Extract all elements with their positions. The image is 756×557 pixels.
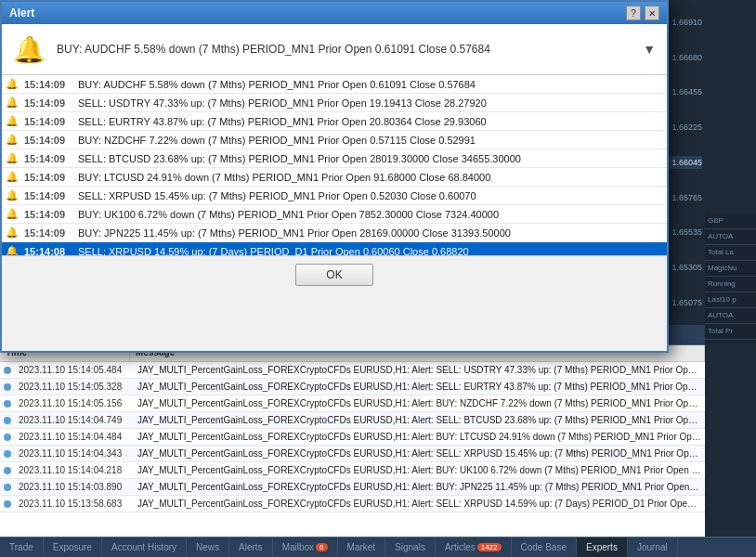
alert-time: 15:14:09 xyxy=(24,97,72,109)
alert-time: 15:14:09 xyxy=(24,227,72,239)
toolbar-btn-alerts[interactable]: Alerts xyxy=(229,538,273,558)
terminal-row[interactable]: 2023.11.10 15:14:05.156 JAY_MULTI_Percen… xyxy=(0,395,705,412)
alert-bell-icon: 🔔 xyxy=(6,208,19,220)
terminal-message: JAY_MULTI_PercentGainLoss_FOREXCryptoCFD… xyxy=(134,498,705,510)
alert-time: 15:14:09 xyxy=(24,209,72,220)
terminal-rows[interactable]: 2023.11.10 15:14:05.484 JAY_MULTI_Percen… xyxy=(0,362,705,537)
toolbar-btn-news[interactable]: News xyxy=(187,538,229,558)
alert-bell-icon: 🔔 xyxy=(6,245,19,256)
toolbar-btn-experts[interactable]: Experts xyxy=(577,538,628,558)
alert-message: SELL: XRPUSD 14.59% up: (7 Days) PERIOD_… xyxy=(78,246,469,257)
terminal-dot-icon xyxy=(4,467,11,474)
alert-time: 15:14:09 xyxy=(24,172,72,183)
right-panel-label5: Running xyxy=(705,277,756,292)
scroll-right-icon: ▼ xyxy=(643,42,656,57)
toolbar-btn-articles[interactable]: Articles1422 xyxy=(436,538,512,558)
ok-button[interactable]: OK xyxy=(295,264,372,286)
alert-list-item[interactable]: 🔔 15:14:09 BUY: NZDCHF 7.22% down (7 Mth… xyxy=(2,131,667,149)
alert-list-item[interactable]: 🔔 15:14:08 SELL: XRPUSD 14.59% up: (7 Da… xyxy=(2,242,667,256)
alert-message: SELL: BTCUSD 23.68% up: (7 Mths) PERIOD_… xyxy=(78,153,521,164)
toolbar-btn-code-base[interactable]: Code Base xyxy=(512,538,577,558)
terminal-time: 2023.11.10 15:14:05.156 xyxy=(15,397,134,409)
dialog-titlebar: Alert ? ✕ xyxy=(2,2,667,24)
terminal-message: JAY_MULTI_PercentGainLoss_FOREXCryptoCFD… xyxy=(134,381,705,393)
alert-message: BUY: AUDCHF 5.58% down (7 Mths) PERIOD_M… xyxy=(78,79,476,90)
alert-list-item[interactable]: 🔔 15:14:09 BUY: JPN225 11.45% up: (7 Mth… xyxy=(2,224,667,242)
terminal-area: Time Message 2023.11.10 15:14:05.484 JAY… xyxy=(0,345,705,537)
terminal-message: JAY_MULTI_PercentGainLoss_FOREXCryptoCFD… xyxy=(134,431,705,443)
terminal-message: JAY_MULTI_PercentGainLoss_FOREXCryptoCFD… xyxy=(134,397,705,409)
bell-icon-large: 🔔 xyxy=(13,34,46,65)
toolbar-btn-market[interactable]: Market xyxy=(338,538,386,558)
alert-time: 15:14:08 xyxy=(24,246,72,257)
right-panel-label8: Total Pr xyxy=(705,324,756,340)
dialog-controls: ? ✕ xyxy=(626,6,659,20)
alert-message: BUY: LTCUSD 24.91% down (7 Mths) PERIOD_… xyxy=(78,172,490,183)
toolbar-btn-trade[interactable]: Trade xyxy=(0,538,44,558)
toolbar-btn-exposure[interactable]: Exposure xyxy=(44,538,102,558)
terminal-row[interactable]: 2023.11.10 15:13:58.683 JAY_MULTI_Percen… xyxy=(0,496,705,512)
alert-list: 🔔 15:14:09 BUY: AUDCHF 5.58% down (7 Mth… xyxy=(2,75,667,255)
right-panel-label2: AUTOA xyxy=(705,229,756,245)
terminal-time: 2023.11.10 15:14:04.218 xyxy=(15,464,134,476)
alert-bell-icon: 🔔 xyxy=(6,171,19,183)
alert-list-item[interactable]: 🔔 15:14:09 SELL: XRPUSD 15.45% up: (7 Mt… xyxy=(2,187,667,205)
alert-time: 15:14:09 xyxy=(24,190,72,201)
alert-time: 15:14:09 xyxy=(24,153,72,164)
alert-list-item[interactable]: 🔔 15:14:09 BUY: UK100 6.72% down (7 Mths… xyxy=(2,205,667,224)
terminal-dot-icon xyxy=(4,434,11,441)
toolbar-btn-journal[interactable]: Journal xyxy=(628,538,678,558)
alert-bell-icon: 🔔 xyxy=(6,97,19,109)
terminal-time: 2023.11.10 15:14:03.890 xyxy=(15,481,134,493)
alert-banner-text: BUY: AUDCHF 5.58% down (7 Mths) PERIOD_M… xyxy=(57,43,490,56)
alert-message: BUY: UK100 6.72% down (7 Mths) PERIOD_MN… xyxy=(78,209,499,220)
alert-bell-icon: 🔔 xyxy=(6,189,19,201)
bottom-toolbar: TradeExposureAccount HistoryNewsAlertsMa… xyxy=(0,537,756,557)
terminal-dot-icon xyxy=(4,400,11,408)
dialog-close-button[interactable]: ✕ xyxy=(645,6,659,20)
terminal-time: 2023.11.10 15:14:04.343 xyxy=(15,447,134,460)
alert-bell-icon: 🔔 xyxy=(6,227,19,239)
toolbar-badge: 1422 xyxy=(477,543,502,551)
terminal-dot-icon xyxy=(4,367,11,374)
terminal-time: 2023.11.10 15:13:58.683 xyxy=(15,498,134,510)
alert-bell-icon: 🔔 xyxy=(6,134,19,146)
terminal-time: 2023.11.10 15:14:04.484 xyxy=(15,431,134,443)
alert-banner: 🔔 BUY: AUDCHF 5.58% down (7 Mths) PERIOD… xyxy=(2,24,667,75)
terminal-message: JAY_MULTI_PercentGainLoss_FOREXCryptoCFD… xyxy=(134,464,705,476)
terminal-row[interactable]: 2023.11.10 15:14:04.749 JAY_MULTI_Percen… xyxy=(0,412,705,429)
alert-bell-icon: 🔔 xyxy=(6,152,19,164)
terminal-row[interactable]: 2023.11.10 15:14:05.328 JAY_MULTI_Percen… xyxy=(0,379,705,395)
terminal-time: 2023.11.10 15:14:05.484 xyxy=(15,364,134,376)
terminal-message: JAY_MULTI_PercentGainLoss_FOREXCryptoCFD… xyxy=(134,414,705,426)
dialog-footer: OK xyxy=(2,256,667,293)
alert-list-item[interactable]: 🔔 15:14:09 SELL: USDTRY 47.33% up: (7 Mt… xyxy=(2,94,667,112)
right-panel-label6: Last10 p xyxy=(705,292,756,308)
alert-list-item[interactable]: 🔔 15:14:09 SELL: BTCUSD 23.68% up: (7 Mt… xyxy=(2,149,667,168)
alert-list-item[interactable]: 🔔 15:14:09 BUY: LTCUSD 24.91% down (7 Mt… xyxy=(2,168,667,187)
terminal-row[interactable]: 2023.11.10 15:14:04.343 JAY_MULTI_Percen… xyxy=(0,446,705,462)
alert-bell-icon: 🔔 xyxy=(6,78,19,90)
terminal-row[interactable]: 2023.11.10 15:14:05.484 JAY_MULTI_Percen… xyxy=(0,362,705,379)
alert-list-item[interactable]: 🔔 15:14:09 SELL: EURTRY 43.87% up: (7 Mt… xyxy=(2,112,667,131)
alert-time: 15:14:09 xyxy=(24,79,72,90)
dialog-help-button[interactable]: ? xyxy=(626,6,641,20)
right-panel-label1: GBP xyxy=(705,214,756,229)
right-sidebar-panel: GBP AUTOA Total La MagicNu Running Last1… xyxy=(705,214,756,343)
terminal-row[interactable]: 2023.11.10 15:14:04.484 JAY_MULTI_Percen… xyxy=(0,429,705,446)
terminal-dot-icon xyxy=(4,450,11,458)
alert-message: BUY: NZDCHF 7.22% down (7 Mths) PERIOD_M… xyxy=(78,135,476,146)
toolbar-btn-account-history[interactable]: Account History xyxy=(102,538,187,558)
alert-list-item[interactable]: 🔔 15:14:09 BUY: AUDCHF 5.58% down (7 Mth… xyxy=(2,75,667,94)
terminal-row[interactable]: 2023.11.10 15:14:04.218 JAY_MULTI_Percen… xyxy=(0,462,705,479)
terminal-row[interactable]: 2023.11.10 15:14:03.890 JAY_MULTI_Percen… xyxy=(0,479,705,496)
terminal-time: 2023.11.10 15:14:04.749 xyxy=(15,414,134,426)
toolbar-btn-signals[interactable]: Signals xyxy=(385,538,436,558)
toolbar-btn-mailbox[interactable]: Mailbox6 xyxy=(273,538,338,558)
right-panel-label7: AUTOA xyxy=(705,308,756,324)
terminal-message: JAY_MULTI_PercentGainLoss_FOREXCryptoCFD… xyxy=(134,481,705,493)
alert-message: SELL: XRPUSD 15.45% up: (7 Mths) PERIOD_… xyxy=(78,190,476,201)
alert-message: BUY: JPN225 11.45% up: (7 Mths) PERIOD_M… xyxy=(78,227,511,239)
alert-time: 15:14:09 xyxy=(24,116,72,127)
toolbar-badge: 6 xyxy=(316,543,327,551)
